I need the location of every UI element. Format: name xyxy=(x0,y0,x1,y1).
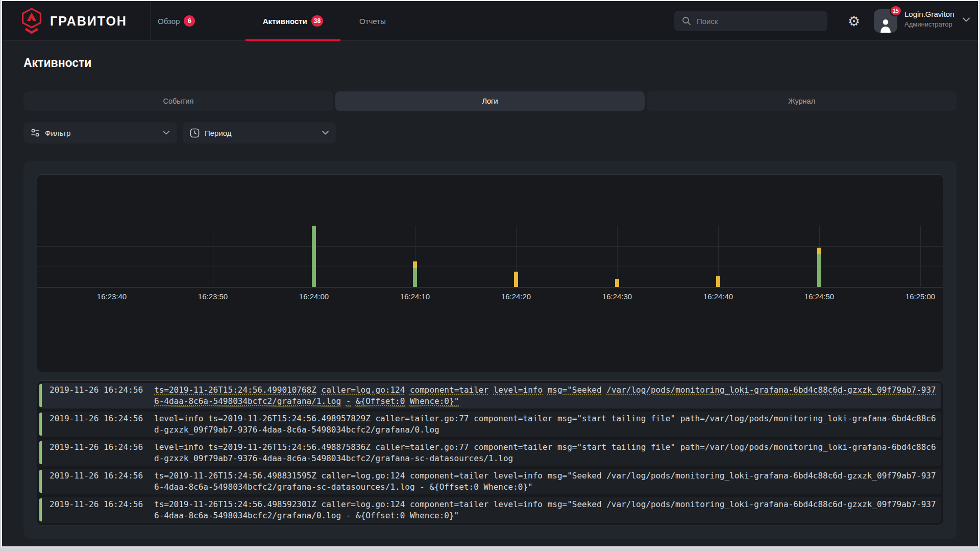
user-name: Login.Graviton xyxy=(904,10,954,18)
chart-tick-label: 16:24:50 xyxy=(796,292,842,301)
log-timestamp: 2019-11-26 16:24:56 xyxy=(42,498,154,510)
log-token: component=tailer xyxy=(410,385,488,395)
chart-vgridline xyxy=(920,226,921,287)
log-token: - xyxy=(346,396,351,406)
brand-logo: ГРАВИТОН xyxy=(20,1,127,41)
log-message: ts=2019-11-26T15:24:56.499010768Z caller… xyxy=(154,384,938,407)
log-row[interactable]: 2019-11-26 16:24:56ts=2019-11-26T15:24:5… xyxy=(39,383,941,409)
search-box[interactable]: Поиск xyxy=(674,11,827,31)
chart-tick-label: 16:24:20 xyxy=(493,292,539,301)
chart-bar-yellow xyxy=(615,279,619,287)
user-role: Администратор xyxy=(904,20,954,28)
nav-item-activities[interactable]: Активности 38 xyxy=(246,1,340,41)
nav-badge: 6 xyxy=(184,15,195,27)
user-menu[interactable]: Login.Graviton Администратор xyxy=(904,10,954,28)
log-message: ts=2019-11-26T15:24:56.498831595Z caller… xyxy=(154,470,938,493)
log-row[interactable]: 2019-11-26 16:24:56level=info ts=2019-11… xyxy=(39,440,941,466)
activities-page: Активности События Логи Журнал Фильтр xyxy=(2,41,978,539)
chart-tick-label: 16:24:40 xyxy=(695,292,741,301)
log-activity-chart: 16:23:4016:23:5016:24:0016:24:1016:24:20… xyxy=(37,174,943,372)
page-title: Активности xyxy=(23,56,957,70)
log-row[interactable]: 2019-11-26 16:24:56ts=2019-11-26T15:24:5… xyxy=(39,497,941,523)
log-token: ts=2019-11-26T15:24:56.499010768Z xyxy=(154,385,316,395)
nav-label: Активности xyxy=(263,17,307,26)
filter-dropdown[interactable]: Фильтр xyxy=(23,122,177,143)
chart-vgridline xyxy=(112,226,112,287)
sliders-icon xyxy=(31,128,40,137)
log-message: level=info ts=2019-11-26T15:24:56.498957… xyxy=(154,413,938,436)
chart-bar-yellow xyxy=(514,272,518,287)
log-row[interactable]: 2019-11-26 16:24:56ts=2019-11-26T15:24:5… xyxy=(39,469,941,494)
chart-vgridline xyxy=(213,226,213,287)
nav-item-overview[interactable]: Обзор 6 xyxy=(158,1,195,41)
log-timestamp: 2019-11-26 16:24:56 xyxy=(42,413,154,424)
log-token: level=info xyxy=(494,385,543,395)
chart-bar-green xyxy=(312,226,316,287)
chart-bar-yellow xyxy=(817,248,821,254)
chart-tick-label: 16:25:00 xyxy=(897,292,943,301)
active-tab-underline xyxy=(246,39,340,41)
chevron-down-icon xyxy=(322,131,329,135)
chart-hgridline xyxy=(37,267,943,267)
log-message: ts=2019-11-26T15:24:56.498592301Z caller… xyxy=(154,498,938,521)
chart-hgridline xyxy=(37,182,943,182)
notifications-badge: 15 xyxy=(890,5,902,16)
filter-bar: Фильтр Период xyxy=(23,122,957,143)
chart-bar-green xyxy=(413,268,417,287)
app-header: ГРАВИТОН Обзор 6 Активности 38 Отчеты По… xyxy=(2,1,978,41)
header-divider xyxy=(150,1,151,41)
log-list: 2019-11-26 16:24:56ts=2019-11-26T15:24:5… xyxy=(37,380,943,525)
chart-hgridline xyxy=(37,246,943,247)
chart-tick-label: 16:24:30 xyxy=(594,292,640,301)
chart-bar-green xyxy=(817,254,821,287)
tab-logs[interactable]: Логи xyxy=(335,91,645,111)
chart-x-axis xyxy=(37,287,943,287)
nav-label: Обзор xyxy=(158,17,180,26)
tab-events[interactable]: События xyxy=(23,91,333,111)
app-window: ГРАВИТОН Обзор 6 Активности 38 Отчеты По… xyxy=(1,0,979,547)
log-row[interactable]: 2019-11-26 16:24:56level=info ts=2019-11… xyxy=(39,412,941,437)
brand-name: ГРАВИТОН xyxy=(50,14,127,29)
log-token: Whence:0}" xyxy=(410,396,459,406)
log-message: level=info ts=2019-11-26T15:24:56.498875… xyxy=(154,441,938,464)
view-switcher: События Логи Журнал xyxy=(23,91,957,111)
search-placeholder: Поиск xyxy=(697,17,718,26)
chart-tick-label: 16:24:00 xyxy=(291,292,337,301)
log-timestamp: 2019-11-26 16:24:56 xyxy=(42,470,154,482)
chevron-down-icon[interactable] xyxy=(963,17,970,22)
period-label: Период xyxy=(205,129,317,137)
chart-tick-label: 16:23:40 xyxy=(89,292,135,301)
log-timestamp: 2019-11-26 16:24:56 xyxy=(42,384,154,396)
chart-bar-yellow xyxy=(716,276,720,287)
chart-hgridline xyxy=(37,226,943,226)
settings-gear-icon[interactable]: ⚙ xyxy=(845,1,863,41)
chart-bar-yellow xyxy=(413,261,417,268)
chart-vgridline xyxy=(617,226,618,287)
chevron-down-icon xyxy=(163,131,169,135)
clock-icon xyxy=(190,128,200,138)
search-icon xyxy=(681,16,692,26)
chart-hgridline xyxy=(37,203,943,203)
nav-item-reports[interactable]: Отчеты xyxy=(359,1,386,41)
nav-label: Отчеты xyxy=(359,17,386,26)
brand-hexagon-icon xyxy=(20,8,43,34)
logs-panel: 16:23:4016:23:5016:24:0016:24:1016:24:20… xyxy=(23,161,957,539)
log-token: caller=log.go:124 xyxy=(322,385,405,395)
tab-journal[interactable]: Журнал xyxy=(647,91,957,111)
log-token: msg="Seeked xyxy=(548,385,602,395)
chart-tick-label: 16:23:50 xyxy=(190,292,236,301)
period-dropdown[interactable]: Период xyxy=(183,122,336,143)
user-avatar[interactable]: 15 xyxy=(874,9,897,33)
person-icon xyxy=(878,17,893,33)
chart-tick-label: 16:24:10 xyxy=(392,292,438,301)
filter-label: Фильтр xyxy=(45,129,158,137)
nav-badge: 38 xyxy=(311,15,323,27)
log-token: &{Offset:0 xyxy=(356,396,405,406)
log-timestamp: 2019-11-26 16:24:56 xyxy=(42,441,154,453)
